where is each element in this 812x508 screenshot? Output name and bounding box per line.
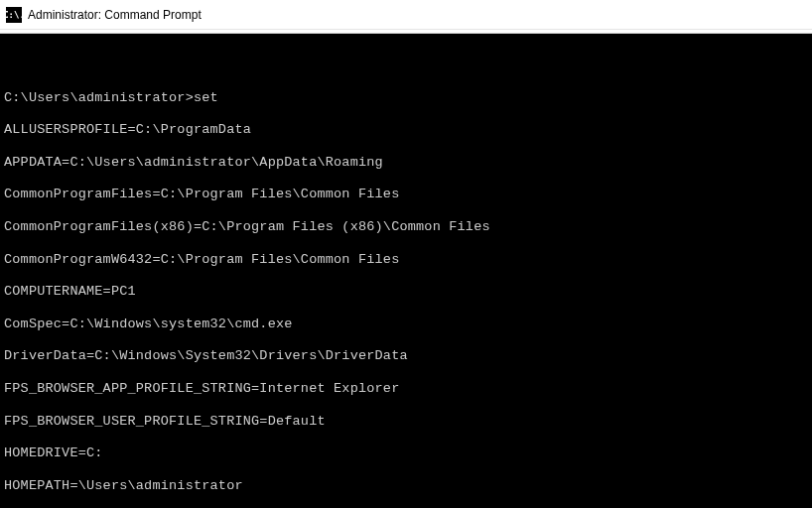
env-line: DriverData=C:\Windows\System32\Drivers\D…	[4, 348, 808, 364]
window-title: Administrator: Command Prompt	[28, 8, 202, 22]
env-line: HOMEPATH=\Users\administrator	[4, 478, 808, 494]
cmd-icon: C:\.	[6, 7, 22, 23]
env-line: ALLUSERSPROFILE=C:\ProgramData	[4, 122, 808, 138]
window-titlebar[interactable]: C:\. Administrator: Command Prompt	[0, 0, 812, 30]
env-line: HOMEDRIVE=C:	[4, 445, 808, 461]
env-line: APPDATA=C:\Users\administrator\AppData\R…	[4, 155, 808, 171]
prompt-line: C:\Users\administrator>set	[4, 90, 808, 106]
blank-line	[4, 58, 808, 73]
env-line: ComSpec=C:\Windows\system32\cmd.exe	[4, 317, 808, 332]
env-line: CommonProgramW6432=C:\Program Files\Comm…	[4, 252, 808, 268]
env-line: FPS_BROWSER_APP_PROFILE_STRING=Internet …	[4, 381, 808, 397]
env-line: CommonProgramFiles(x86)=C:\Program Files…	[4, 219, 808, 235]
env-line: FPS_BROWSER_USER_PROFILE_STRING=Default	[4, 414, 808, 430]
env-line: CommonProgramFiles=C:\Program Files\Comm…	[4, 187, 808, 202]
terminal-output[interactable]: C:\Users\administrator>set ALLUSERSPROFI…	[0, 34, 812, 508]
env-line: COMPUTERNAME=PC1	[4, 284, 808, 300]
